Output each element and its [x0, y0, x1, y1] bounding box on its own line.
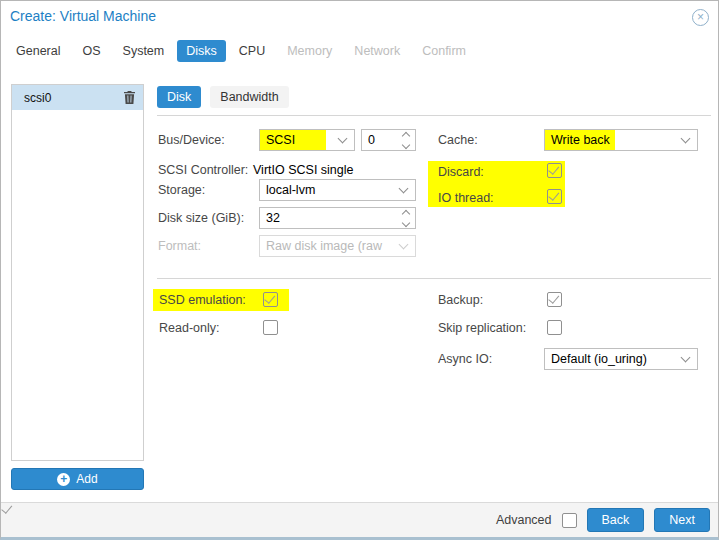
scsi-controller-label: SCSI Controller: — [158, 163, 248, 177]
format-value: Raw disk image (raw — [260, 239, 388, 253]
tab-network: Network — [345, 40, 409, 62]
io-thread-checkbox[interactable] — [547, 189, 562, 204]
cache-label: Cache: — [438, 133, 478, 147]
format-label: Format: — [158, 239, 201, 253]
storage-value: local-lvm — [260, 183, 321, 197]
advanced-checkbox[interactable] — [562, 513, 577, 528]
disk-size-label: Disk size (GiB): — [158, 211, 244, 225]
create-vm-dialog: Create: Virtual Machine General OS Syste… — [0, 0, 719, 540]
read-only-label: Read-only: — [159, 321, 219, 335]
trash-icon[interactable] — [124, 91, 135, 104]
format-combo: Raw disk image (raw — [259, 235, 416, 257]
tab-confirm: Confirm — [413, 40, 475, 62]
add-button-label: Add — [76, 472, 97, 486]
cache-combo[interactable]: Write back — [544, 129, 698, 151]
spinner-arrows-icon[interactable] — [403, 211, 409, 226]
disk-item-label: scsi0 — [24, 91, 51, 105]
backup-checkbox[interactable] — [547, 292, 562, 307]
chevron-down-icon — [681, 353, 691, 363]
subtab-bandwidth[interactable]: Bandwidth — [210, 86, 288, 108]
chevron-down-icon — [681, 134, 691, 144]
tab-general[interactable]: General — [7, 40, 69, 62]
next-button[interactable]: Next — [654, 508, 710, 532]
storage-combo[interactable]: local-lvm — [259, 179, 416, 201]
plus-circle-icon — [57, 473, 70, 486]
chevron-down-icon — [399, 184, 409, 194]
discard-label: Discard: — [438, 165, 484, 179]
scsi-controller-value: VirtIO SCSI single — [253, 163, 354, 177]
divider-top — [157, 115, 711, 116]
bus-device-combo[interactable]: SCSI — [259, 129, 355, 151]
disk-size-value: 32 — [260, 211, 286, 225]
chevron-down-icon — [338, 134, 348, 144]
backup-label: Backup: — [438, 293, 483, 307]
read-only-checkbox[interactable] — [263, 320, 278, 335]
advanced-label: Advanced — [496, 513, 552, 527]
wizard-tab-bar: General OS System Disks CPU Memory Netwo… — [7, 40, 475, 62]
dialog-title: Create: Virtual Machine — [10, 8, 156, 24]
async-io-value: Default (io_uring) — [545, 352, 653, 366]
skip-replication-label: Skip replication: — [438, 321, 526, 335]
bus-device-value: SCSI — [260, 130, 326, 150]
disk-list-panel: scsi0 — [11, 84, 144, 461]
disk-list-item-scsi0[interactable]: scsi0 — [12, 85, 143, 110]
disk-subtab-bar: Disk Bandwidth — [157, 86, 289, 108]
async-io-combo[interactable]: Default (io_uring) — [544, 348, 698, 370]
spinner-arrows-icon[interactable] — [403, 133, 409, 148]
ssd-emulation-checkbox[interactable] — [263, 292, 278, 307]
ssd-emulation-label: SSD emulation: — [159, 293, 246, 307]
skip-replication-checkbox[interactable] — [547, 320, 562, 335]
close-icon[interactable] — [692, 9, 709, 26]
dialog-footer: Advanced Back Next — [1, 502, 718, 537]
divider-middle — [157, 278, 711, 279]
tab-cpu[interactable]: CPU — [230, 40, 274, 62]
bus-device-label: Bus/Device: — [158, 133, 225, 147]
bus-device-number: 0 — [362, 133, 381, 147]
bus-device-number-spinner[interactable]: 0 — [361, 129, 416, 151]
disk-size-spinner[interactable]: 32 — [259, 207, 416, 229]
cache-value: Write back — [545, 130, 615, 150]
tab-disks[interactable]: Disks — [177, 40, 226, 62]
io-thread-label: IO thread: — [438, 191, 494, 205]
add-disk-button[interactable]: Add — [11, 468, 144, 490]
subtab-disk[interactable]: Disk — [157, 86, 201, 108]
tab-memory: Memory — [278, 40, 341, 62]
async-io-label: Async IO: — [438, 352, 492, 366]
tab-system[interactable]: System — [114, 40, 174, 62]
discard-checkbox[interactable] — [547, 163, 562, 178]
tab-os[interactable]: OS — [73, 40, 109, 62]
storage-label: Storage: — [158, 183, 205, 197]
back-button[interactable]: Back — [587, 508, 645, 532]
chevron-down-icon — [399, 240, 409, 250]
